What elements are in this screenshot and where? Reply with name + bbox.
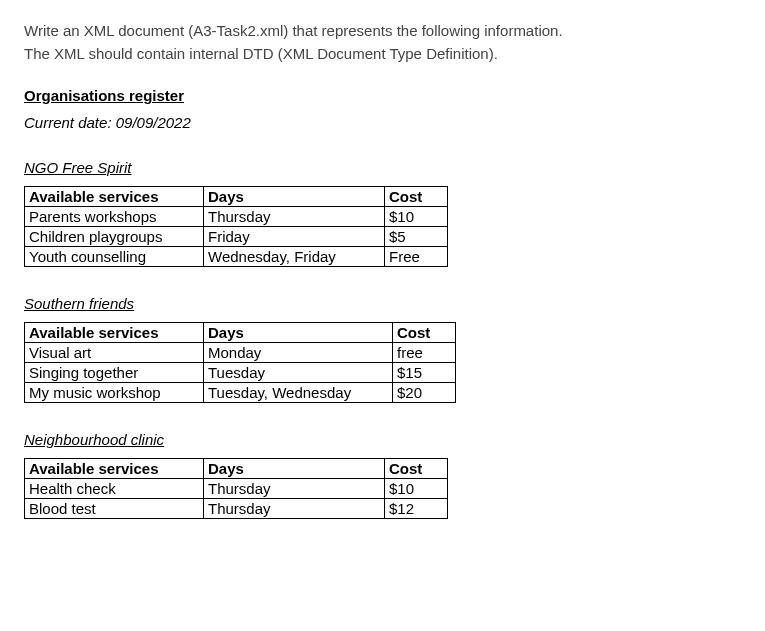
cell-cost: $20 [393,383,456,403]
header-days: Days [204,323,393,343]
header-days: Days [204,459,385,479]
header-cost: Cost [385,187,448,207]
header-cost: Cost [385,459,448,479]
cell-days: Thursday [204,499,385,519]
table-row: Parents workshops Thursday $10 [25,207,448,227]
instruction-text: Write an XML document (A3-Task2.xml) tha… [24,20,741,65]
cell-cost: $12 [385,499,448,519]
cell-days: Monday [204,343,393,363]
services-table: Available services Days Cost Parents wor… [24,186,448,267]
services-table: Available services Days Cost Visual art … [24,322,456,403]
cell-days: Thursday [204,207,385,227]
cell-cost: free [393,343,456,363]
instruction-line-1: Write an XML document (A3-Task2.xml) tha… [24,20,741,43]
cell-cost: $15 [393,363,456,383]
header-service: Available services [25,323,204,343]
cell-days: Tuesday [204,363,393,383]
services-table: Available services Days Cost Health chec… [24,458,448,519]
table-row: Visual art Monday free [25,343,456,363]
cell-service: Visual art [25,343,204,363]
cell-service: Parents workshops [25,207,204,227]
cell-cost: Free [385,247,448,267]
cell-service: Children playgroups [25,227,204,247]
org-name: NGO Free Spirit [24,159,741,176]
table-row: Health check Thursday $10 [25,479,448,499]
cell-cost: $10 [385,479,448,499]
table-header-row: Available services Days Cost [25,187,448,207]
cell-service: My music workshop [25,383,204,403]
table-header-row: Available services Days Cost [25,323,456,343]
org-name: Neighbourhood clinic [24,431,741,448]
cell-service: Blood test [25,499,204,519]
cell-days: Wednesday, Friday [204,247,385,267]
org-name: Southern friends [24,295,741,312]
instruction-line-2: The XML should contain internal DTD (XML… [24,43,741,66]
cell-service: Youth counselling [25,247,204,267]
cell-service: Singing together [25,363,204,383]
header-days: Days [204,187,385,207]
header-service: Available services [25,187,204,207]
header-cost: Cost [393,323,456,343]
table-row: Children playgroups Friday $5 [25,227,448,247]
register-title: Organisations register [24,87,741,104]
cell-days: Friday [204,227,385,247]
table-row: Blood test Thursday $12 [25,499,448,519]
table-header-row: Available services Days Cost [25,459,448,479]
table-row: Youth counselling Wednesday, Friday Free [25,247,448,267]
table-row: My music workshop Tuesday, Wednesday $20 [25,383,456,403]
cell-days: Thursday [204,479,385,499]
current-date: Current date: 09/09/2022 [24,114,741,131]
header-service: Available services [25,459,204,479]
cell-cost: $5 [385,227,448,247]
table-row: Singing together Tuesday $15 [25,363,456,383]
cell-cost: $10 [385,207,448,227]
cell-service: Health check [25,479,204,499]
cell-days: Tuesday, Wednesday [204,383,393,403]
